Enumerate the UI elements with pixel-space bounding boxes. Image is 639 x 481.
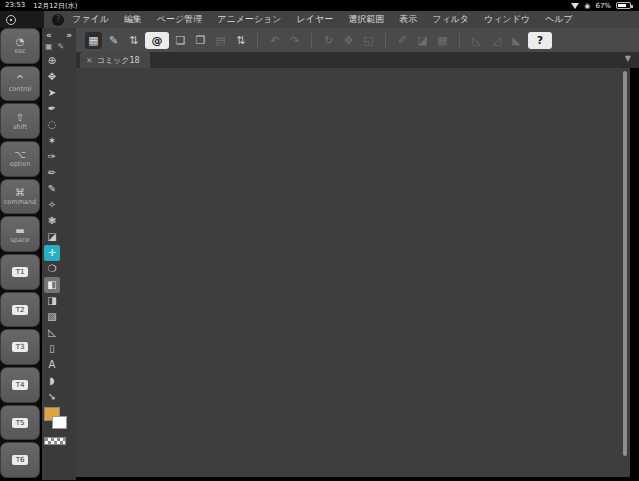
decoration-tool-icon[interactable]: ❃ (44, 213, 60, 229)
command-bar: ▦✎⇅@❏❐▤⇅↶↷↻✥◱✐◪▦◺◿◣? (76, 28, 639, 52)
edit-page-icon[interactable]: ✎ (105, 32, 122, 49)
line-correction-tool-icon[interactable]: ➘ (44, 389, 60, 405)
menu-item-animation[interactable]: アニメーション (217, 13, 281, 26)
tab-label: コミック18 (97, 55, 140, 66)
t4-key[interactable]: T4 (0, 367, 40, 403)
shift-key-icon: ⇧ (16, 112, 24, 123)
tab-overflow-caret-icon[interactable]: ▼ (625, 52, 639, 68)
toolbar-separator (385, 33, 386, 48)
palette-sub-icons: ▣✎ (42, 42, 76, 53)
move-tool-icon[interactable]: ✥ (44, 69, 60, 85)
esc-key-icon: ◔ (16, 36, 25, 47)
control-key[interactable]: ^control (0, 66, 40, 102)
close-tab-icon[interactable]: ✕ (86, 56, 93, 65)
status-time: 23:53 (5, 1, 25, 11)
snap-vanish-icon: ◣ (508, 32, 525, 49)
wifi-icon (571, 3, 579, 9)
menu-item-page-manage[interactable]: ページ管理 (157, 13, 202, 26)
command-key[interactable]: ⌘command (0, 179, 40, 215)
menu-item-edit[interactable]: 編集 (124, 13, 142, 26)
palette-collapse-right-icon[interactable]: » (66, 30, 72, 40)
command-key-label: command (4, 198, 36, 206)
operation-tool-icon[interactable]: ➤ (44, 85, 60, 101)
t5-key[interactable]: T5 (0, 405, 40, 441)
airbrush-tool-icon[interactable]: ✧ (44, 197, 60, 213)
selection-tool-icon[interactable]: ◌ (44, 117, 60, 133)
help-button-icon[interactable]: ? (528, 32, 552, 49)
menu-item-help[interactable]: ヘルプ (545, 13, 573, 26)
tone-tool-icon[interactable]: ▨ (44, 309, 60, 325)
esc-key-label: esc (15, 47, 26, 55)
pen-tool-icon[interactable]: ✑ (44, 149, 60, 165)
tool-list: ⊕✥➤✒◌✶✑✏✎✧❃◪✛❍◧◨▨◺▯A◗➘ (42, 53, 76, 405)
snap-guide-icon: ◿ (488, 32, 505, 49)
fill-tool-icon[interactable]: ◧ (44, 277, 60, 293)
toolbar-separator (311, 33, 312, 48)
pan-icon: ✥ (340, 32, 357, 49)
vertical-scrollbar[interactable] (623, 71, 627, 456)
t3-key[interactable]: T3 (0, 329, 40, 365)
eraser-tool-icon[interactable]: ◪ (44, 229, 60, 245)
quick-menu-icon[interactable]: ? (52, 14, 64, 26)
tab-comic18[interactable]: ✕ コミック18 (80, 52, 150, 68)
eyedropper-tool-icon[interactable]: ✒ (44, 101, 60, 117)
save-file-icon: ▤ (212, 32, 229, 49)
space-key-label: space (10, 236, 29, 244)
open-file-icon[interactable]: ❐ (192, 32, 209, 49)
menu-item-window[interactable]: ウィンドウ (484, 13, 530, 26)
balloon-tool-icon[interactable]: ◗ (44, 373, 60, 389)
fit-screen-icon: ◱ (360, 32, 377, 49)
auto-select-tool-icon[interactable]: ✶ (44, 133, 60, 149)
palette-pen-icon[interactable]: ✎ (58, 42, 65, 51)
page-spinner-icon[interactable]: ⇅ (125, 32, 142, 49)
pencil-tool-icon[interactable]: ✏ (44, 165, 60, 181)
option-key[interactable]: ⌥option (0, 141, 40, 177)
clip-studio-logo-icon[interactable]: @ (145, 32, 169, 49)
ruler-tool-icon[interactable]: ◺ (44, 325, 60, 341)
transparent-color-swatch[interactable] (44, 437, 66, 445)
blend-tool-icon[interactable]: ❍ (44, 261, 60, 277)
zoom-tool-icon[interactable]: ⊕ (44, 53, 60, 69)
snap-eraser-icon: ◪ (414, 32, 431, 49)
background-color-swatch[interactable] (52, 416, 67, 429)
text-tool-icon[interactable]: A (44, 357, 60, 373)
t3-key-cap: T3 (12, 342, 29, 352)
size-spinner-icon[interactable]: ⇅ (232, 32, 249, 49)
shift-key[interactable]: ⇧shift (0, 103, 40, 139)
space-key[interactable]: ▬space (0, 216, 40, 252)
t4-key-cap: T4 (12, 380, 29, 390)
menu-item-view[interactable]: 表示 (399, 13, 417, 26)
menu-item-select[interactable]: 選択範囲 (348, 13, 384, 26)
control-key-label: control (9, 85, 32, 93)
battery-icon (616, 2, 631, 9)
t1-key-cap: T1 (12, 267, 29, 277)
brush-tool-icon[interactable]: ✎ (44, 181, 60, 197)
esc-key[interactable]: ◔esc (0, 28, 40, 64)
t1-key[interactable]: T1 (0, 254, 40, 290)
color-swatches (42, 407, 76, 453)
palette-dock-icon[interactable]: ▣ (45, 42, 53, 51)
page-manager-view-icon[interactable]: ▦ (85, 32, 102, 49)
status-bar: 23:53 12月12日(水) ◉ 67% (0, 0, 639, 11)
menu-item-layer[interactable]: レイヤー (297, 13, 334, 26)
t6-key[interactable]: T6 (0, 442, 40, 478)
command-key-icon: ⌘ (15, 187, 25, 198)
space-key-icon: ▬ (15, 225, 24, 236)
frame-border-tool-icon[interactable]: ▯ (44, 341, 60, 357)
edge-keyboard: ◔esc^control⇧shift⌥option⌘command▬spaceT… (0, 28, 40, 478)
move-layer-tool-icon[interactable]: ✛ (44, 245, 60, 261)
new-file-icon[interactable]: ❏ (172, 32, 189, 49)
timer-icon[interactable] (6, 15, 16, 25)
tab-bar: ✕ コミック18 ▼ (76, 52, 639, 68)
snap-grid-icon: ▦ (434, 32, 451, 49)
battery-percent: 67% (595, 2, 611, 10)
control-key-icon: ^ (16, 74, 24, 85)
menu-bar: ? ファイル編集ページ管理アニメーションレイヤー選択範囲表示フィルタウィンドウヘ… (0, 11, 639, 28)
menu-item-file[interactable]: ファイル (72, 13, 109, 26)
t2-key[interactable]: T2 (0, 292, 40, 328)
palette-collapse-left-icon[interactable]: « (46, 30, 52, 40)
menu-items: ファイル編集ページ管理アニメーションレイヤー選択範囲表示フィルタウィンドウヘルプ (72, 13, 573, 26)
menu-item-filter[interactable]: フィルタ (432, 13, 469, 26)
gradient-tool-icon[interactable]: ◨ (44, 293, 60, 309)
t5-key-cap: T5 (12, 418, 29, 428)
